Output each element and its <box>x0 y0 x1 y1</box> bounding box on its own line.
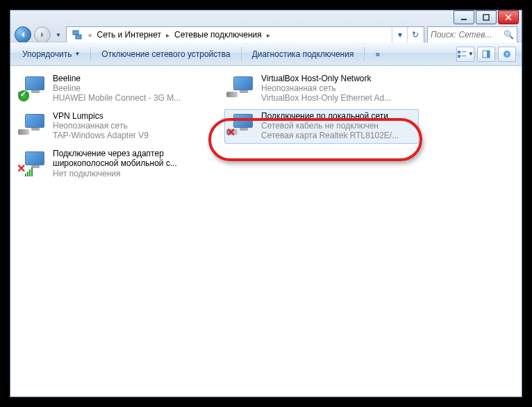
address-dropdown-button[interactable]: ▾ <box>392 27 407 42</box>
breadcrumb-arrow[interactable]: ▸ <box>164 30 172 40</box>
disable-label: Отключение сетевого устройства <box>101 49 230 59</box>
connection-device: Сетевая карта Realtek RTL8102E/... <box>261 131 417 140</box>
back-button[interactable] <box>15 26 31 43</box>
connection-status: Неопознанная сеть <box>261 83 417 93</box>
titlebar-area: ▼ « Сеть и Интернет ▸ Сетевые подключени… <box>10 10 522 42</box>
network-location-icon <box>71 28 83 41</box>
connections-panel: Beeline Beeline HUAWEI Mobile Connect - … <box>10 66 522 397</box>
toolbar-separator <box>364 47 365 61</box>
connection-device: TAP-Windows Adapter V9 <box>53 131 208 140</box>
connection-icon: ✕ <box>226 111 257 139</box>
window-frame: ▼ « Сеть и Интернет ▸ Сетевые подключени… <box>10 10 522 397</box>
command-bar: Упорядочить ▼ Отключение сетевого устрой… <box>10 42 522 66</box>
breadcrumb-segment[interactable]: Сетевые подключения <box>172 28 265 41</box>
nav-history-dropdown[interactable]: ▼ <box>53 28 63 42</box>
breadcrumb-arrow[interactable]: ▸ <box>265 30 272 40</box>
svg-rect-1 <box>483 15 489 20</box>
forward-button[interactable] <box>34 26 51 43</box>
connection-status: Нет подключения <box>53 169 208 178</box>
connection-icon <box>226 74 257 101</box>
connection-device: HUAWEI Mobile Connect - 3G M... <box>53 93 208 103</box>
toolbar-overflow-button[interactable]: » <box>369 46 386 63</box>
maximize-button[interactable] <box>476 10 497 24</box>
connection-item[interactable]: ✕ Подключение через адаптер широкополосн… <box>16 147 210 187</box>
refresh-button[interactable]: ↻ <box>407 27 422 42</box>
svg-text:?: ? <box>506 51 509 58</box>
connection-device: VirtualBox Host-Only Ethernet Ad... <box>261 93 417 103</box>
signal-bars-icon <box>25 165 36 176</box>
connection-status: Сетевой кабель не подключен <box>261 121 417 131</box>
diagnose-label: Диагностика подключения <box>252 49 354 59</box>
close-button[interactable] <box>498 10 519 24</box>
breadcrumb-root-arrow[interactable]: « <box>86 30 94 40</box>
connection-item-selected[interactable]: ✕ Подключение по локальной сети Сетевой … <box>224 109 419 144</box>
search-icon: 🔍 <box>504 30 514 40</box>
breadcrumb-segment[interactable]: Сеть и Интернет <box>94 28 164 41</box>
svg-rect-3 <box>76 35 81 39</box>
connection-status: Неопознанная сеть <box>53 121 208 131</box>
connection-item[interactable]: VPN Lumpics Неопознанная сеть TAP-Window… <box>16 109 210 144</box>
organize-label: Упорядочить <box>22 49 72 59</box>
svg-rect-4 <box>458 51 460 53</box>
status-disconnected-icon: ✕ <box>226 128 238 139</box>
connection-name: VirtualBox Host-Only Network <box>261 74 417 83</box>
toolbar-separator <box>241 47 242 61</box>
connection-icon <box>18 111 49 139</box>
connection-item[interactable]: Beeline Beeline HUAWEI Mobile Connect - … <box>16 72 210 106</box>
connection-icon <box>18 74 49 101</box>
svg-rect-5 <box>462 51 466 52</box>
svg-rect-7 <box>462 56 466 56</box>
disable-device-button[interactable]: Отключение сетевого устройства <box>95 46 236 63</box>
connection-item[interactable]: VirtualBox Host-Only Network Неопознанна… <box>224 72 419 106</box>
connection-name: Beeline <box>53 74 208 83</box>
diagnose-button[interactable]: Диагностика подключения <box>246 46 360 63</box>
connection-icon: ✕ <box>18 149 49 176</box>
organize-button[interactable]: Упорядочить ▼ <box>16 46 86 63</box>
connection-status: Beeline <box>53 83 208 93</box>
preview-pane-button[interactable] <box>477 47 495 62</box>
connection-name: Подключение по локальной сети <box>261 111 417 121</box>
connection-name: Подключение через адаптер широкополосной… <box>53 149 208 169</box>
search-input[interactable] <box>431 30 501 40</box>
connection-name: VPN Lumpics <box>53 111 208 121</box>
overflow-label: » <box>375 49 380 59</box>
svg-rect-6 <box>458 55 460 58</box>
search-box[interactable]: 🔍 <box>427 26 517 43</box>
svg-rect-9 <box>487 51 490 58</box>
svg-rect-0 <box>461 19 467 20</box>
minimize-button[interactable] <box>454 10 474 24</box>
svg-rect-2 <box>73 31 78 35</box>
address-bar[interactable]: « Сеть и Интернет ▸ Сетевые подключения … <box>66 26 424 43</box>
view-mode-button[interactable]: ▼ <box>456 47 474 62</box>
toolbar-separator <box>90 47 91 61</box>
help-button[interactable]: ? <box>498 47 516 62</box>
status-connected-icon <box>18 90 29 101</box>
